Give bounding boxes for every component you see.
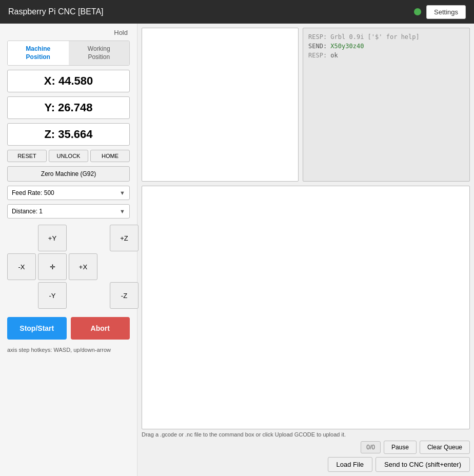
- left-panel: Hold Machine Position Working Position X…: [0, 24, 137, 476]
- tab-machine-position[interactable]: Machine Position: [8, 41, 69, 65]
- distance-dropdown[interactable]: Distance: 1 Distance: 0.1 Distance: 10 D…: [7, 204, 130, 219]
- console-output: RESP: Grbl 0.9i ['$' for help] SEND: X50…: [303, 28, 470, 182]
- z-position: Z: 35.664: [7, 123, 130, 146]
- reset-button[interactable]: RESET: [7, 150, 47, 162]
- console-send-value-1: X50y30z40: [330, 43, 364, 50]
- console-line-2: RESP: ok: [308, 52, 464, 59]
- distance-arrow-icon: ▼: [115, 205, 129, 217]
- position-tabs: Machine Position Working Position: [7, 41, 130, 66]
- control-buttons: Stop/Start Abort: [7, 317, 130, 340]
- gcode-visualizer: [142, 28, 299, 182]
- file-controls: Load File Send to CNC (shift+enter): [142, 457, 470, 472]
- jog-minus-y-button[interactable]: -Y: [38, 282, 67, 309]
- pause-button[interactable]: Pause: [384, 441, 417, 454]
- queue-controls: 0/0 Pause Clear Queue: [142, 441, 470, 454]
- right-panel: RESP: Grbl 0.9i ['$' for help] SEND: X50…: [137, 24, 474, 476]
- crosshair-icon: ✛: [50, 263, 55, 271]
- main-layout: Hold Machine Position Working Position X…: [0, 24, 474, 476]
- console-resp-label-2: RESP:: [308, 52, 327, 59]
- distance-select[interactable]: Distance: 1 Distance: 0.1 Distance: 10 D…: [8, 205, 115, 218]
- home-button[interactable]: HOME: [90, 150, 130, 162]
- zero-machine-button[interactable]: Zero Machine (G92): [7, 166, 130, 182]
- console-line-1: SEND: X50y30z40: [308, 43, 464, 50]
- console-line-0: RESP: Grbl 0.9i ['$' for help]: [308, 33, 464, 41]
- jog-minus-x-button[interactable]: -X: [7, 253, 36, 280]
- jog-plus-x-button[interactable]: +X: [69, 253, 97, 280]
- queue-count: 0/0: [361, 441, 381, 453]
- command-textarea[interactable]: [142, 186, 470, 429]
- y-position: Y: 26.748: [7, 96, 130, 119]
- load-file-button[interactable]: Load File: [328, 457, 372, 472]
- hotkeys-value: WASD, up/down-arrow: [54, 347, 111, 353]
- drag-hint: Drag a .gcode or .nc file to the command…: [142, 431, 470, 438]
- machine-action-buttons: RESET UNLOCK HOME: [7, 150, 130, 162]
- clear-queue-button[interactable]: Clear Queue: [420, 441, 470, 454]
- jog-minus-z-button[interactable]: -Z: [110, 282, 139, 309]
- stop-start-button[interactable]: Stop/Start: [7, 317, 67, 340]
- feed-rate-arrow-icon: ▼: [115, 187, 129, 199]
- abort-button[interactable]: Abort: [71, 317, 130, 340]
- hotkeys-hint: axis step hotkeys: WASD, up/down-arrow: [7, 347, 130, 353]
- console-resp-value-2: ok: [330, 52, 338, 59]
- unlock-button[interactable]: UNLOCK: [49, 150, 88, 162]
- jog-center-button[interactable]: ✛: [38, 253, 67, 280]
- hold-label: Hold: [7, 29, 130, 36]
- app-title: Raspberry Pi CNC [BETA]: [8, 7, 104, 16]
- jog-controls: +Y +Z -X ✛ +X -Y -Z: [7, 225, 130, 309]
- settings-button[interactable]: Settings: [426, 5, 466, 19]
- console-send-label-1: SEND:: [308, 43, 327, 50]
- console-resp-value-0: Grbl 0.9i ['$' for help]: [330, 33, 419, 41]
- jog-plus-y-button[interactable]: +Y: [38, 225, 67, 251]
- header: Raspberry Pi CNC [BETA] Settings: [0, 0, 474, 24]
- top-half: RESP: Grbl 0.9i ['$' for help] SEND: X50…: [142, 28, 470, 182]
- tab-working-position[interactable]: Working Position: [69, 41, 130, 65]
- x-position: X: 44.580: [7, 70, 130, 92]
- command-area: Drag a .gcode or .nc file to the command…: [142, 186, 470, 472]
- console-resp-label-0: RESP:: [308, 33, 327, 41]
- hotkeys-prefix: axis step hotkeys:: [7, 347, 52, 353]
- header-right: Settings: [414, 5, 466, 19]
- feed-rate-select[interactable]: Feed Rate: 500 Feed Rate: 100 Feed Rate:…: [8, 186, 115, 200]
- send-to-cnc-button[interactable]: Send to CNC (shift+enter): [376, 457, 470, 472]
- feed-rate-dropdown[interactable]: Feed Rate: 500 Feed Rate: 100 Feed Rate:…: [7, 186, 130, 200]
- status-indicator: [414, 8, 421, 15]
- jog-plus-z-button[interactable]: +Z: [110, 225, 139, 251]
